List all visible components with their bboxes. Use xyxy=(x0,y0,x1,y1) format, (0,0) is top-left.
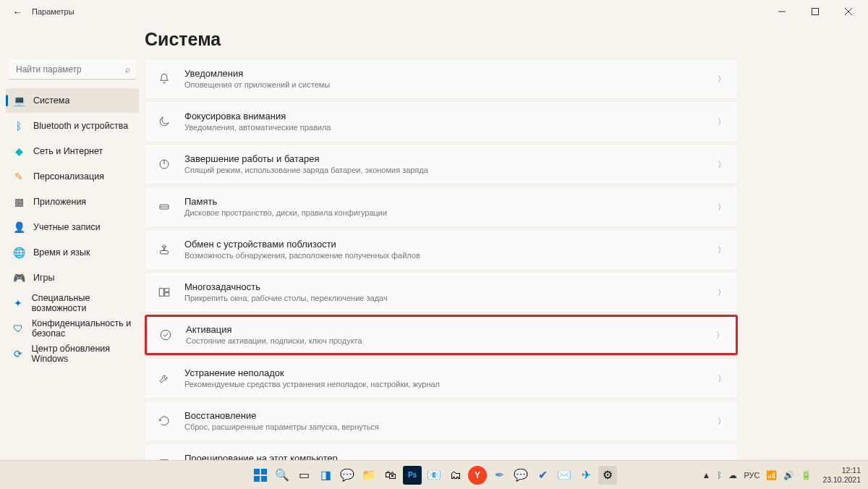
card-text: Фокусировка внимания Уведомления, автома… xyxy=(184,111,718,132)
telegram-icon[interactable]: ✈ xyxy=(576,466,595,485)
settings-taskbar-icon[interactable]: ⚙ xyxy=(598,466,617,485)
nav-icon: 🎮 xyxy=(13,272,25,284)
chevron-right-icon: 〉 xyxy=(716,330,724,341)
settings-item-recovery[interactable]: Восстановление Сброс, расширенные параме… xyxy=(145,401,738,441)
multitask-icon xyxy=(157,285,171,299)
sidebar-item-2[interactable]: ◆Сеть и Интернет xyxy=(6,139,139,163)
card-text: Обмен с устройствами поблизости Возможно… xyxy=(184,239,718,260)
settings-item-share[interactable]: Обмен с устройствами поблизости Возможно… xyxy=(145,229,738,270)
page-title: Система xyxy=(145,29,738,50)
nav-icon: ◆ xyxy=(13,145,25,157)
window-controls xyxy=(765,0,865,23)
onedrive-tray-icon[interactable]: ☁ xyxy=(728,470,737,480)
card-subtitle: Уведомления, автоматические правила xyxy=(184,123,718,132)
nav-label: Специальные возможности xyxy=(32,293,132,313)
bluetooth-tray-icon[interactable]: ᛒ xyxy=(717,470,722,480)
check-icon xyxy=(158,328,173,342)
svg-rect-10 xyxy=(165,289,169,292)
store-icon[interactable]: 🛍 xyxy=(381,466,400,485)
close-button[interactable] xyxy=(832,0,865,23)
svg-rect-22 xyxy=(261,469,267,475)
widgets-icon[interactable]: ◨ xyxy=(316,466,335,485)
settings-item-moon[interactable]: Фокусировка внимания Уведомления, автома… xyxy=(145,101,738,142)
storage-icon xyxy=(157,200,171,214)
share-icon xyxy=(157,242,171,257)
photoshop-icon[interactable]: Ps xyxy=(403,466,422,485)
nav-label: Конфиденциальность и безопас xyxy=(32,318,132,339)
svg-point-12 xyxy=(161,330,171,340)
settings-item-bell[interactable]: Уведомления Оповещения от приложений и с… xyxy=(145,59,738,99)
chevron-right-icon: 〉 xyxy=(718,159,726,170)
sidebar-item-10[interactable]: ⟳Центр обновления Windows xyxy=(6,341,139,366)
nav-list: 💻СистемаᛒBluetooth и устройства◆Сеть и И… xyxy=(4,88,140,366)
yandex-icon[interactable]: Y xyxy=(468,466,487,485)
card-title: Многозадачность xyxy=(184,281,718,293)
nav-label: Игры xyxy=(33,273,54,283)
mail-icon[interactable]: ✉️ xyxy=(555,466,574,485)
sidebar-item-3[interactable]: ✎Персонализация xyxy=(6,164,139,189)
card-title: Уведомления xyxy=(184,68,718,80)
recovery-icon xyxy=(157,414,171,428)
chevron-right-icon: 〉 xyxy=(718,373,726,384)
settings-item-storage[interactable]: Память Дисковое пространство, диски, пра… xyxy=(145,187,738,227)
card-subtitle: Оповещения от приложений и системы xyxy=(184,80,718,90)
chevron-right-icon: 〉 xyxy=(718,244,726,255)
search-input[interactable] xyxy=(9,59,136,80)
todo-icon[interactable]: ✔ xyxy=(533,466,552,485)
settings-item-multitask[interactable]: Многозадачность Прикрепить окна, рабочие… xyxy=(145,272,738,312)
language-indicator[interactable]: РУС xyxy=(744,471,760,480)
folder-icon[interactable]: 🗂 xyxy=(446,466,465,485)
chat-icon[interactable]: 💬 xyxy=(338,466,357,485)
moon-icon xyxy=(157,114,171,129)
settings-item-project[interactable]: Проецирование на этот компьютер Разрешен… xyxy=(145,443,738,460)
card-subtitle: Состояние активации, подписки, ключ прод… xyxy=(186,336,716,346)
minimize-button[interactable] xyxy=(765,0,799,23)
sidebar-item-7[interactable]: 🎮Игры xyxy=(6,265,139,290)
sidebar-item-8[interactable]: ✦Специальные возможности xyxy=(6,291,139,315)
svg-rect-21 xyxy=(254,469,260,475)
wifi-tray-icon[interactable]: 📶 xyxy=(766,470,777,480)
sidebar-item-6[interactable]: 🌐Время и язык xyxy=(6,240,139,265)
chevron-right-icon: 〉 xyxy=(718,74,726,85)
settings-item-wrench[interactable]: Устранение неполадок Рекомендуемые средс… xyxy=(145,358,738,399)
chevron-right-icon: 〉 xyxy=(718,287,726,298)
card-subtitle: Прикрепить окна, рабочие столы, переключ… xyxy=(184,294,718,303)
app-icon-1[interactable]: ✒ xyxy=(490,466,509,485)
window-title: Параметры xyxy=(32,7,75,16)
back-button[interactable]: ← xyxy=(3,7,32,17)
whatsapp-icon[interactable]: 💬 xyxy=(511,466,530,485)
settings-item-check[interactable]: Активация Состояние активации, подписки,… xyxy=(145,315,738,355)
sidebar-item-1[interactable]: ᛒBluetooth и устройства xyxy=(6,114,139,138)
taskview-icon[interactable]: ▭ xyxy=(294,466,313,485)
sidebar-item-4[interactable]: ▦Приложения xyxy=(6,190,139,214)
sidebar-item-9[interactable]: 🛡Конфиденциальность и безопас xyxy=(6,316,139,341)
sidebar-item-5[interactable]: 👤Учетные записи xyxy=(6,215,139,239)
main-content: Система Уведомления Оповещения от прилож… xyxy=(145,23,868,460)
clock-time: 12:11 xyxy=(822,466,861,475)
card-text: Восстановление Сброс, расширенные параме… xyxy=(184,410,718,432)
tray-expand-icon[interactable]: ▲ xyxy=(702,470,711,480)
sidebar-item-0[interactable]: 💻Система xyxy=(6,88,139,113)
nav-label: Приложения xyxy=(33,197,86,207)
search-wrap: ⌕ xyxy=(9,59,136,80)
outlook-icon[interactable]: 📧 xyxy=(425,466,443,485)
bell-icon xyxy=(157,72,171,86)
system-tray: ▲ ᛒ ☁ РУС 📶 🔊 🔋 12:11 23.10.2021 xyxy=(702,466,868,483)
card-text: Проецирование на этот компьютер Разрешен… xyxy=(184,453,718,460)
taskbar: 🔍 ▭ ◨ 💬 📁 🛍 Ps 📧 🗂 Y ✒ 💬 ✔ ✉️ ✈ ⚙ ▲ ᛒ ☁ … xyxy=(0,460,868,489)
svg-rect-11 xyxy=(165,293,169,297)
svg-rect-23 xyxy=(254,476,260,482)
explorer-icon[interactable]: 📁 xyxy=(359,466,378,485)
nav-label: Центр обновления Windows xyxy=(32,344,132,364)
start-button[interactable] xyxy=(251,466,270,485)
settings-item-power[interactable]: Завершение работы и батарея Спящий режим… xyxy=(145,144,738,184)
volume-tray-icon[interactable]: 🔊 xyxy=(783,470,794,480)
search-taskbar-icon[interactable]: 🔍 xyxy=(273,466,292,485)
svg-rect-9 xyxy=(159,289,163,297)
nav-label: Учетные записи xyxy=(33,222,101,232)
clock[interactable]: 12:11 23.10.2021 xyxy=(818,466,861,483)
maximize-button[interactable] xyxy=(799,0,832,23)
taskbar-center: 🔍 ▭ ◨ 💬 📁 🛍 Ps 📧 🗂 Y ✒ 💬 ✔ ✉️ ✈ ⚙ xyxy=(251,466,617,485)
battery-tray-icon[interactable]: 🔋 xyxy=(801,470,812,480)
chevron-right-icon: 〉 xyxy=(718,416,726,427)
